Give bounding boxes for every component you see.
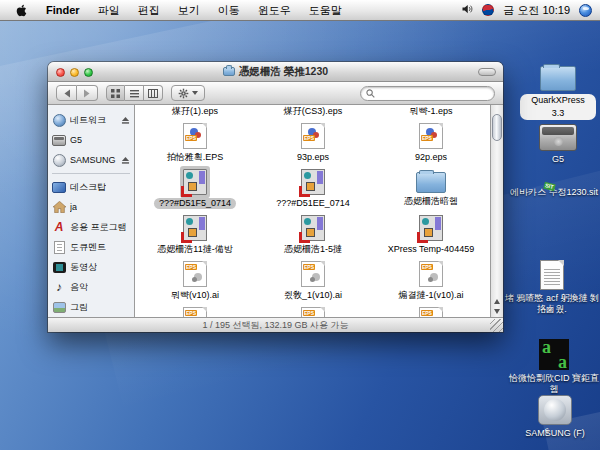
- sidebar-item-home[interactable]: ja: [48, 197, 134, 217]
- file-item[interactable]: 煤孖(CS3).eps: [254, 106, 372, 117]
- menu-file[interactable]: 파일: [89, 0, 129, 21]
- file-label: 煽결撻-1(v10).ai: [393, 290, 468, 301]
- app-menu-finder[interactable]: Finder: [37, 0, 89, 21]
- file-item[interactable]: ???#D51EE_0714: [254, 169, 372, 211]
- sidebar-item-desktop[interactable]: 데스크탑: [48, 177, 134, 197]
- desktop-icon-acf-document[interactable]: 堵 鴉喳愍 acf 躬換撻 剝 挌鹵웠.: [505, 260, 599, 315]
- eps-file-icon: EPS: [183, 123, 207, 149]
- close-button[interactable]: [56, 68, 65, 77]
- file-item[interactable]: EPS 뭐뺙(v10).ai: [136, 261, 254, 303]
- menu-go[interactable]: 이동: [209, 0, 249, 21]
- finder-window: 憑媤柵浩 榮推1230: [48, 62, 503, 332]
- ai-file-icon: EPS: [419, 261, 443, 287]
- ai-file-icon: EPS: [301, 307, 325, 317]
- search-icon: [366, 89, 375, 98]
- status-text: 1 / 195 선택됨, 132.19 GB 사용 가능: [202, 319, 348, 332]
- eject-icon[interactable]: [121, 156, 130, 164]
- toolbar-toggle-pill-button[interactable]: [478, 68, 496, 76]
- desktop-icon: [52, 181, 66, 194]
- network-globe-icon: [52, 114, 66, 127]
- file-label: 憑媤柵浩11撻-備방: [152, 244, 237, 255]
- menu-window[interactable]: 윈도우: [249, 0, 300, 21]
- status-bar: 1 / 195 선택됨, 132.19 GB 사용 가능: [48, 317, 503, 332]
- desktop-icon-quarkxpress[interactable]: QuarkXPress 3.3: [520, 66, 596, 120]
- zoom-button[interactable]: [84, 68, 93, 77]
- documents-icon: [52, 241, 66, 254]
- korean-input-flag-icon[interactable]: [482, 4, 494, 16]
- file-item[interactable]: EPS 쥤敎_1(v10).ai: [254, 261, 372, 303]
- forward-button[interactable]: [77, 85, 98, 101]
- folder-icon: [540, 66, 576, 91]
- icon-view-button[interactable]: [106, 85, 125, 101]
- window-body: 네트워크 G5 SAMSUNG (F) 데스크탑 ja A: [48, 105, 503, 317]
- file-item[interactable]: EPS: [254, 307, 372, 317]
- back-button[interactable]: [56, 85, 77, 101]
- menu-clock[interactable]: 금 오전 10:19: [503, 3, 570, 18]
- home-icon: [52, 201, 66, 214]
- scrollbar-thumb[interactable]: [492, 114, 502, 141]
- vertical-scrollbar[interactable]: [490, 105, 503, 317]
- eps-file-icon: EPS: [419, 123, 443, 149]
- desktop-icon-stuffit-archive[interactable]: SIT 에바카스 수정1230.sit: [508, 184, 600, 198]
- file-label: 憑媤柵浩暗헴: [399, 196, 463, 207]
- desktop-icon-samsung-disk[interactable]: SAMSUNG (F): [514, 395, 596, 439]
- menu-extra-icon[interactable]: [579, 4, 592, 17]
- file-item[interactable]: 憑媤柵浩暗헴: [372, 169, 490, 211]
- window-title-area: 憑媤柵浩 榮推1230: [223, 65, 328, 79]
- title-bar[interactable]: 憑媤柵浩 榮推1230: [48, 62, 503, 82]
- quark-document-icon: [301, 215, 325, 241]
- sidebar: 네트워크 G5 SAMSUNG (F) 데스크탑 ja A: [48, 105, 135, 317]
- file-label: XPress Temp-404459: [383, 244, 479, 255]
- file-item[interactable]: EPS 煽결撻-1(v10).ai: [372, 261, 490, 303]
- movies-icon: [52, 261, 66, 274]
- folder-icon: [416, 172, 446, 193]
- file-item[interactable]: EPS 93p.eps: [254, 123, 372, 165]
- sidebar-item-applications[interactable]: A 응용 프로그램: [48, 217, 134, 237]
- resize-grip[interactable]: [490, 319, 503, 332]
- ai-file-icon: EPS: [183, 307, 207, 317]
- file-item[interactable]: EPS: [372, 307, 490, 317]
- sidebar-item-music[interactable]: ♪ 음악: [48, 277, 134, 297]
- sidebar-item-pictures[interactable]: 그림: [48, 297, 134, 317]
- file-item[interactable]: EPS 拍恰雅획.EPS: [136, 123, 254, 165]
- file-label: 憑媤柵浩1-5撻: [279, 244, 347, 255]
- sidebar-item-network[interactable]: 네트워크: [48, 110, 134, 130]
- chevron-down-icon: [192, 91, 198, 95]
- menu-help[interactable]: 도움말: [300, 0, 351, 21]
- apple-menu-icon[interactable]: [6, 4, 37, 17]
- hard-disk-icon: [52, 134, 66, 147]
- sidebar-item-g5[interactable]: G5: [48, 130, 134, 150]
- sidebar-item-samsung[interactable]: SAMSUNG (F): [48, 150, 134, 170]
- file-item-selected[interactable]: ???#D51F5_0714: [136, 169, 254, 211]
- folder-icon: [223, 67, 235, 76]
- file-item[interactable]: EPS 92p.eps: [372, 123, 490, 165]
- asa-font-icon: asa: [539, 339, 569, 370]
- column-view-button[interactable]: [144, 85, 163, 101]
- ai-file-icon: EPS: [419, 307, 443, 317]
- eject-icon[interactable]: [121, 116, 130, 124]
- music-icon: ♪: [52, 281, 66, 294]
- file-item[interactable]: XPress Temp-404459: [372, 215, 490, 257]
- file-item[interactable]: 憑媤柵浩11撻-備방: [136, 215, 254, 257]
- file-item[interactable]: 憑媤柵浩1-5撻: [254, 215, 372, 257]
- sidebar-item-movies[interactable]: 동영상: [48, 257, 134, 277]
- minimize-button[interactable]: [70, 68, 79, 77]
- file-label: 92p.eps: [410, 152, 452, 163]
- scroll-up-arrow[interactable]: [491, 296, 503, 306]
- desktop-icon-asa-cid-font[interactable]: asa 恰微恰剽欣CID 寶鉅直헴: [508, 339, 600, 395]
- list-view-button[interactable]: [125, 85, 144, 101]
- menu-edit[interactable]: 편집: [129, 0, 169, 21]
- sidebar-item-documents[interactable]: 도큐멘트: [48, 237, 134, 257]
- sidebar-divider: [52, 173, 130, 174]
- scroll-down-arrow[interactable]: [491, 306, 503, 316]
- desktop-icon-g5[interactable]: G5: [520, 124, 596, 165]
- applications-icon: A: [52, 221, 66, 234]
- file-label: 拍恰雅획.EPS: [162, 152, 229, 163]
- action-button[interactable]: [171, 85, 205, 101]
- file-item[interactable]: 煤孖(1).eps: [136, 106, 254, 117]
- volume-icon[interactable]: [461, 3, 473, 17]
- search-input[interactable]: [360, 86, 495, 101]
- file-item[interactable]: EPS: [136, 307, 254, 317]
- file-item[interactable]: 뭐뺙-1.eps: [372, 106, 490, 117]
- menu-view[interactable]: 보기: [169, 0, 209, 21]
